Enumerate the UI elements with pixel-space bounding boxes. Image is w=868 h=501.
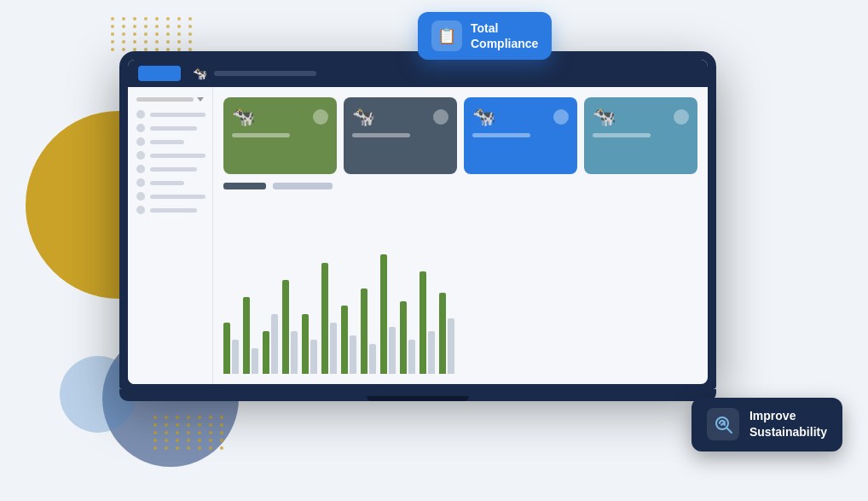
main-panel: 🐄 🐄 <box>213 87 708 384</box>
sidebar-line <box>150 126 197 131</box>
sidebar-item[interactable] <box>136 165 204 173</box>
card-label-line <box>593 133 651 137</box>
bar-gray <box>271 314 278 374</box>
sidebar-line <box>150 154 205 158</box>
bar-gray <box>252 348 258 374</box>
laptop-wrapper: 🐄 <box>119 51 716 401</box>
bar-gray <box>389 327 396 374</box>
bar-green <box>223 323 230 374</box>
sidebar-dropdown-line <box>136 97 194 102</box>
card-circle <box>553 109 569 125</box>
bar-group <box>263 314 278 374</box>
sustainability-label: Improve Sustainability <box>749 408 827 441</box>
laptop-base <box>119 389 716 401</box>
sidebar-item[interactable] <box>136 206 204 214</box>
compliance-icon: 📋 <box>431 20 462 51</box>
sidebar-dropdown[interactable] <box>136 97 204 102</box>
topbar-tab[interactable] <box>138 66 181 81</box>
card-top: 🐄 <box>352 106 448 128</box>
laptop-screen: 🐄 <box>128 60 708 384</box>
sidebar-item[interactable] <box>136 137 204 146</box>
sidebar-item[interactable] <box>136 178 204 187</box>
card-slate[interactable]: 🐄 <box>344 97 457 174</box>
card-circle <box>313 109 328 125</box>
bar-gray <box>291 331 298 374</box>
bar-green <box>321 263 328 374</box>
bar-green <box>361 288 367 374</box>
badge-total-compliance: 📋 Total Compliance <box>418 12 552 60</box>
sidebar-line <box>150 140 184 144</box>
laptop-screen-outer: 🐄 <box>119 51 716 389</box>
bar-group <box>282 280 298 374</box>
bar-gray <box>369 344 376 374</box>
sidebar-line <box>150 113 205 117</box>
sustainability-icon <box>707 408 739 440</box>
sidebar-item[interactable] <box>136 110 204 119</box>
cow-icon: 🐄 <box>593 106 616 128</box>
sidebar-dot <box>136 206 145 214</box>
topbar-search-line <box>214 71 316 76</box>
sidebar <box>128 87 213 384</box>
bar-gray <box>310 340 317 374</box>
bar-gray <box>350 335 356 374</box>
chart-area <box>223 198 697 374</box>
card-circle <box>674 109 689 125</box>
bar-green <box>439 293 446 374</box>
cow-icon: 🐄 <box>232 106 255 128</box>
dot-pattern-top: for(let i=0;i<40;i++) document.currentSc… <box>111 17 195 51</box>
card-green[interactable]: 🐄 <box>223 97 337 174</box>
chart-legend-b <box>273 183 333 189</box>
bar-group <box>341 306 356 374</box>
bar-group <box>302 314 317 374</box>
chevron-down-icon <box>197 97 204 102</box>
sidebar-line <box>150 208 197 213</box>
sidebar-line <box>150 167 197 172</box>
sidebar-dot <box>136 178 145 187</box>
bar-gray <box>428 331 435 374</box>
topbar-cow-icon: 🐄 <box>193 67 207 80</box>
bar-green <box>263 331 269 374</box>
bar-gray <box>330 323 337 374</box>
bar-green <box>420 271 426 374</box>
cards-row: 🐄 🐄 <box>223 97 697 174</box>
bar-green <box>380 254 387 374</box>
bar-gray <box>408 340 415 374</box>
scene: for(let i=0;i<40;i++) document.currentSc… <box>0 0 868 501</box>
bar-green <box>400 301 407 374</box>
bar-group <box>439 293 454 374</box>
sidebar-item[interactable] <box>136 192 204 201</box>
card-top: 🐄 <box>232 106 328 128</box>
bar-group <box>361 288 376 374</box>
card-label-line <box>472 133 530 137</box>
screen-topbar: 🐄 <box>128 60 708 87</box>
bar-group <box>400 301 415 374</box>
chart-labels <box>223 183 697 189</box>
bar-green <box>341 306 348 374</box>
bar-group <box>380 254 396 374</box>
badge-sustainability: Improve Sustainability <box>692 398 842 451</box>
card-label-line <box>232 133 290 137</box>
card-lightblue[interactable]: 🐄 <box>584 97 697 174</box>
dot-pattern-bottom: for(let i=0;i<35;i++) document.currentSc… <box>153 416 227 450</box>
bar-green <box>282 280 289 374</box>
sidebar-dot <box>136 165 145 173</box>
bar-green <box>302 314 309 374</box>
bar-gray <box>448 318 454 374</box>
bar-group <box>420 271 435 374</box>
sidebar-item[interactable] <box>136 151 204 160</box>
sidebar-item[interactable] <box>136 124 204 132</box>
sidebar-dot <box>136 110 145 119</box>
card-blue[interactable]: 🐄 <box>464 97 577 174</box>
sidebar-line <box>150 195 205 199</box>
sidebar-dot <box>136 124 145 132</box>
card-top: 🐄 <box>472 106 569 128</box>
sidebar-dot <box>136 137 145 146</box>
sidebar-dot <box>136 192 145 201</box>
bar-group <box>243 297 258 374</box>
bar-gray <box>232 340 239 374</box>
card-label-line <box>352 133 410 137</box>
cow-icon: 🐄 <box>472 106 495 128</box>
card-top: 🐄 <box>593 106 689 128</box>
card-circle <box>433 109 448 125</box>
sidebar-dot <box>136 151 145 160</box>
